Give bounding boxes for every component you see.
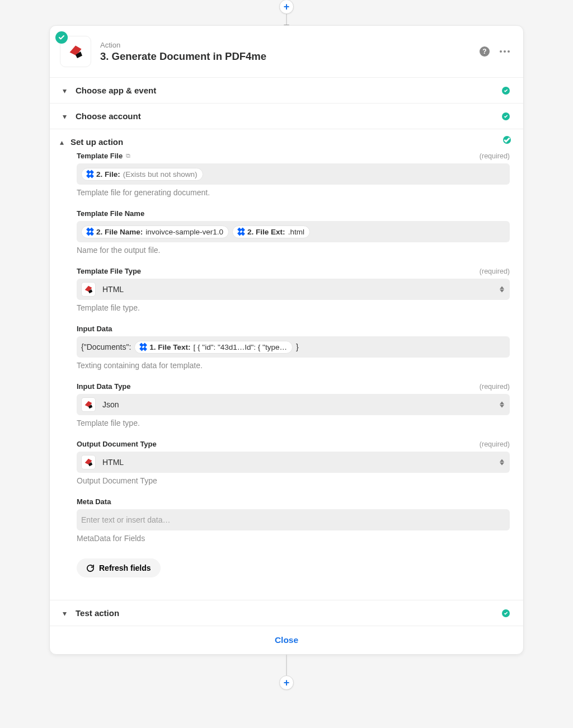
select-caret-icon [500, 286, 504, 293]
field-meta-data: Meta Data Enter text or insert data… Met… [77, 497, 510, 543]
field-template-file-name: Template File Name 2. File Name: invoivc… [77, 209, 510, 255]
field-label: Meta Data [77, 497, 111, 506]
select-value: HTML [102, 285, 124, 294]
dropbox-icon [87, 228, 93, 235]
section-label: Choose app & event [76, 86, 156, 95]
dropbox-icon [238, 228, 245, 235]
step-complete-badge [55, 31, 68, 44]
status-complete-icon [502, 609, 510, 617]
field-help: Output Document Type [77, 476, 510, 485]
action-step-card: Action 3. Generate Document in PDF4me ? … [49, 25, 524, 655]
mapped-field-pill[interactable]: 2. File Ext: .html [232, 226, 310, 238]
dropbox-icon [140, 344, 147, 350]
mapped-field-pill[interactable]: 1. File Text: [ { "id": "43d1…Id": { "ty… [134, 341, 293, 354]
field-help: Texting containing data for template. [77, 361, 510, 370]
card-footer: Close [50, 626, 523, 654]
field-label: Input Data Type [77, 382, 131, 391]
raw-text-segment: {"Documents": [81, 342, 131, 351]
field-input-data: Input Data {"Documents": 1. File Text: [… [77, 325, 510, 370]
field-label: Template File Type [77, 267, 141, 275]
field-label: Output Document Type [77, 440, 157, 448]
template-file-input[interactable]: 2. File: (Exists but not shown) [77, 163, 510, 185]
status-complete-icon [502, 87, 510, 95]
select-value: Json [102, 400, 119, 409]
field-help: Name for the output file. [77, 246, 510, 255]
section-setup-action-header[interactable]: ▴ Set up action [60, 137, 123, 147]
chevron-down-icon: ▾ [60, 86, 69, 95]
app-icon-pdf4me [81, 397, 96, 412]
dropbox-icon [87, 171, 93, 177]
select-caret-icon [500, 402, 504, 408]
status-complete-icon [503, 136, 511, 144]
field-label: Input Data [77, 325, 112, 333]
field-help: Template file type. [77, 303, 510, 312]
input-data-input[interactable]: {"Documents": 1. File Text: [ { "id": "4… [77, 336, 510, 358]
section-label: Test action [76, 608, 119, 618]
required-label: (required) [480, 383, 510, 391]
step-type-label: Action [100, 41, 266, 49]
section-test-action[interactable]: ▾ Test action [50, 600, 523, 626]
meta-data-input[interactable]: Enter text or insert data… [77, 509, 510, 530]
field-label: Template File Name [77, 209, 144, 218]
copy-icon[interactable]: ⧉ [126, 152, 130, 159]
required-label: (required) [480, 152, 510, 160]
mapped-field-pill[interactable]: 2. File: (Exists but not shown) [81, 168, 203, 181]
card-header: Action 3. Generate Document in PDF4me ? [50, 26, 523, 77]
template-file-name-input[interactable]: 2. File Name: invoivce-sample-ver1.0 2. … [77, 221, 510, 242]
chevron-down-icon: ▾ [60, 609, 69, 618]
section-setup-action-body: ▴ Set up action Template File ⧉ (require… [50, 129, 523, 600]
refresh-fields-button[interactable]: Refresh fields [77, 558, 161, 577]
add-step-after-button[interactable]: + [279, 675, 294, 690]
raw-text-segment: } [296, 342, 299, 351]
chevron-down-icon: ▾ [60, 112, 69, 121]
field-template-file-type: Template File Type (required) HTML Templ… [77, 267, 510, 312]
app-icon-pdf4me [81, 455, 96, 469]
step-title: 3. Generate Document in PDF4me [100, 50, 266, 63]
section-choose-app-event[interactable]: ▾ Choose app & event [50, 77, 523, 103]
section-choose-account[interactable]: ▾ Choose account [50, 103, 523, 129]
section-label: Choose account [76, 111, 141, 121]
refresh-icon [86, 564, 95, 572]
section-label: Set up action [71, 137, 123, 147]
select-value: HTML [102, 458, 124, 467]
field-help: Template file type. [77, 419, 510, 428]
field-input-data-type: Input Data Type (required) Json Template… [77, 382, 510, 428]
app-icon-pdf4me [81, 282, 96, 297]
field-template-file: Template File ⧉ (required) 2. File: (Exi… [77, 152, 510, 197]
field-help: MetaData for Fields [77, 534, 510, 543]
required-label: (required) [480, 440, 510, 448]
output-document-type-select[interactable]: HTML [77, 452, 510, 473]
more-menu-button[interactable] [500, 50, 510, 53]
field-help: Template file for generating document. [77, 188, 510, 197]
input-data-type-select[interactable]: Json [77, 394, 510, 415]
field-output-document-type: Output Document Type (required) HTML Out… [77, 440, 510, 485]
placeholder-text: Enter text or insert data… [81, 515, 171, 524]
required-label: (required) [480, 267, 510, 275]
select-caret-icon [500, 459, 504, 466]
field-label: Template File [77, 152, 123, 160]
chevron-up-icon: ▴ [60, 138, 64, 147]
close-button[interactable]: Close [275, 635, 298, 645]
status-complete-icon [502, 112, 510, 120]
help-icon[interactable]: ? [480, 46, 490, 57]
template-file-type-select[interactable]: HTML [77, 279, 510, 300]
mapped-field-pill[interactable]: 2. File Name: invoivce-sample-ver1.0 [81, 226, 229, 238]
add-step-before-button[interactable]: + [279, 0, 294, 14]
